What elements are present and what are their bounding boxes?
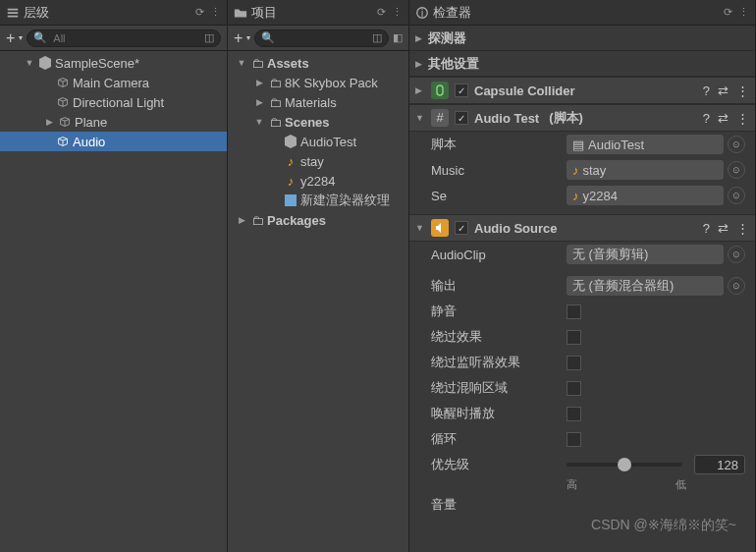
folder-icon: 🗀 bbox=[249, 212, 265, 228]
volume-property: 音量 bbox=[409, 492, 755, 518]
enable-checkbox[interactable] bbox=[455, 221, 468, 235]
project-search[interactable]: 🔍 ◫ bbox=[254, 29, 389, 47]
expand-icon[interactable]: ▶ bbox=[43, 117, 55, 127]
audio-icon: ♪ bbox=[283, 173, 298, 189]
packages-folder[interactable]: ▶ 🗀 Packages bbox=[228, 210, 408, 230]
lock-icon[interactable]: ⟳ bbox=[195, 6, 204, 19]
add-dropdown[interactable]: ▾ bbox=[19, 33, 23, 42]
loop-checkbox[interactable] bbox=[567, 432, 581, 447]
gameobject-icon bbox=[55, 75, 71, 90]
preset-icon[interactable]: ⇄ bbox=[718, 221, 729, 236]
search-input[interactable] bbox=[51, 31, 200, 45]
object-picker[interactable]: ⊙ bbox=[728, 136, 745, 153]
project-audio-file[interactable]: ♪ stay bbox=[228, 151, 408, 171]
menu-icon[interactable]: ⋮ bbox=[736, 111, 749, 126]
preset-icon[interactable]: ⇄ bbox=[718, 83, 729, 98]
object-picker[interactable]: ⊙ bbox=[728, 246, 745, 263]
object-picker[interactable]: ⊙ bbox=[728, 161, 745, 179]
output-field[interactable]: 无 (音频混合器组) bbox=[567, 276, 724, 296]
menu-icon[interactable]: ⋮ bbox=[738, 6, 749, 19]
inspector-tab[interactable]: i 检查器 bbox=[415, 4, 718, 22]
hierarchy-tab[interactable]: 层级 bbox=[6, 4, 189, 22]
hierarchy-panel: 层级 ⟳ ⋮ + ▾ 🔍 ◫ ▼ SampleScene* bbox=[0, 0, 228, 552]
project-folder[interactable]: ▶ 🗀 Materials bbox=[228, 92, 408, 112]
menu-icon[interactable]: ⋮ bbox=[210, 6, 221, 19]
bypass-effects-checkbox[interactable] bbox=[567, 330, 581, 345]
menu-icon[interactable]: ⋮ bbox=[736, 83, 749, 98]
svg-text:i: i bbox=[421, 6, 424, 18]
hierarchy-item[interactable]: Directional Light bbox=[0, 92, 227, 112]
collapsed-section[interactable]: ▶ 其他设置 bbox=[409, 51, 755, 77]
output-property: 输出 无 (音频混合器组) ⊙ bbox=[409, 273, 755, 299]
bypass-effects-property: 绕过效果 bbox=[409, 324, 755, 350]
audiotest-script-header[interactable]: ▼ # Audio Test (脚本) ? ⇄ ⋮ bbox=[409, 104, 755, 132]
menu-icon[interactable]: ⋮ bbox=[392, 6, 403, 19]
add-dropdown[interactable]: ▾ bbox=[246, 33, 250, 42]
search-type-icon[interactable]: ◫ bbox=[204, 31, 214, 44]
expand-icon[interactable]: ▶ bbox=[253, 97, 265, 107]
assets-folder[interactable]: ▼ 🗀 Assets bbox=[228, 53, 408, 73]
inspector-panel: i 检查器 ⟳ ⋮ ▶ 探测器 ▶ 其他设置 ▶ bbox=[409, 0, 756, 552]
priority-value[interactable]: 128 bbox=[694, 455, 745, 474]
hierarchy-item[interactable]: ▶ Plane bbox=[0, 112, 227, 132]
search-type-icon[interactable]: ◫ bbox=[372, 31, 382, 44]
expand-icon[interactable]: ▼ bbox=[253, 117, 265, 127]
project-audio-file[interactable]: ♪ y2284 bbox=[228, 171, 408, 191]
scene-row[interactable]: ▼ SampleScene* bbox=[0, 53, 227, 73]
scene-name: SampleScene* bbox=[55, 56, 139, 71]
help-icon[interactable]: ? bbox=[703, 111, 710, 126]
project-folder[interactable]: ▶ 🗀 8K Skybox Pack bbox=[228, 73, 408, 92]
play-on-awake-checkbox[interactable] bbox=[567, 407, 581, 421]
expand-icon[interactable]: ▼ bbox=[236, 58, 247, 68]
gameobject-icon bbox=[55, 134, 71, 149]
project-tab[interactable]: 项目 bbox=[234, 4, 371, 22]
search-icon: 🔍 bbox=[33, 31, 47, 44]
enable-checkbox[interactable] bbox=[455, 83, 468, 97]
audiosource-header[interactable]: ▼ Audio Source ? ⇄ ⋮ bbox=[409, 214, 755, 242]
lock-icon[interactable]: ⟳ bbox=[377, 6, 386, 19]
expand-icon[interactable]: ▼ bbox=[24, 58, 35, 68]
object-picker[interactable]: ⊙ bbox=[728, 277, 745, 295]
play-on-awake-property: 唤醒时播放 bbox=[409, 401, 755, 426]
expand-icon[interactable]: ▶ bbox=[236, 215, 247, 225]
filter-icon[interactable]: ◧ bbox=[393, 31, 403, 44]
audio-icon: ♪ bbox=[283, 153, 298, 169]
collider-icon bbox=[431, 82, 449, 99]
project-folder[interactable]: ▼ 🗀 Scenes bbox=[228, 112, 408, 132]
hierarchy-icon bbox=[6, 6, 20, 20]
render-texture-icon bbox=[283, 193, 298, 208]
inspector-title: 检查器 bbox=[433, 4, 471, 22]
music-field[interactable]: ♪ stay bbox=[567, 160, 724, 180]
collapsed-section[interactable]: ▶ 探测器 bbox=[409, 26, 755, 51]
se-property: Se ♪ y2284 ⊙ bbox=[409, 183, 755, 208]
hierarchy-search[interactable]: 🔍 ◫ bbox=[27, 29, 221, 47]
preset-icon[interactable]: ⇄ bbox=[718, 111, 729, 126]
project-asset-file[interactable]: 新建渲染器纹理 bbox=[228, 191, 408, 210]
mute-checkbox[interactable] bbox=[567, 304, 581, 319]
capsule-collider-header[interactable]: ▶ Capsule Collider ? ⇄ ⋮ bbox=[409, 77, 755, 104]
help-icon[interactable]: ? bbox=[703, 83, 710, 98]
folder-icon: 🗀 bbox=[267, 75, 283, 90]
search-input[interactable] bbox=[279, 31, 368, 45]
object-picker[interactable]: ⊙ bbox=[728, 187, 745, 204]
add-button[interactable]: + bbox=[6, 31, 15, 45]
menu-icon[interactable]: ⋮ bbox=[736, 221, 749, 236]
priority-slider[interactable] bbox=[567, 463, 682, 467]
gameobject-icon bbox=[57, 114, 73, 130]
audioclip-field[interactable]: 无 (音频剪辑) bbox=[567, 245, 724, 264]
add-button[interactable]: + bbox=[234, 31, 243, 45]
svg-rect-3 bbox=[437, 85, 443, 95]
help-icon[interactable]: ? bbox=[703, 221, 710, 236]
lock-icon[interactable]: ⟳ bbox=[724, 6, 732, 19]
expand-icon[interactable]: ▶ bbox=[253, 78, 265, 87]
folder-icon: 🗀 bbox=[267, 94, 283, 110]
script-file-icon: ▤ bbox=[572, 138, 584, 152]
enable-checkbox[interactable] bbox=[455, 111, 468, 125]
project-scene-file[interactable]: AudioTest bbox=[228, 132, 408, 151]
se-field[interactable]: ♪ y2284 bbox=[567, 186, 724, 205]
hierarchy-item[interactable]: Main Camera bbox=[0, 73, 227, 92]
bypass-reverb-checkbox[interactable] bbox=[567, 381, 581, 396]
bypass-listener-property: 绕过监听器效果 bbox=[409, 350, 755, 375]
bypass-listener-checkbox[interactable] bbox=[567, 356, 581, 370]
hierarchy-item-selected[interactable]: Audio bbox=[0, 132, 227, 151]
